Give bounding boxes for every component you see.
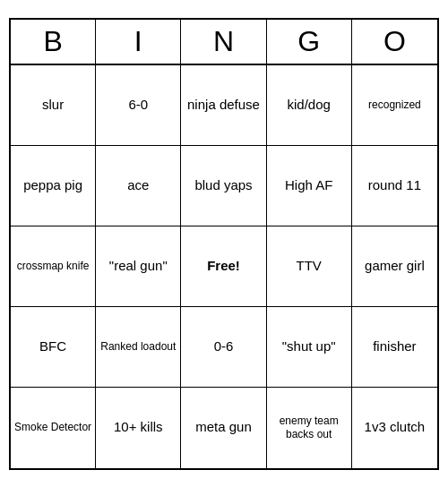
bingo-cell-5: peppa pig: [11, 146, 96, 226]
bingo-cell-19: finisher: [352, 307, 437, 388]
bingo-cell-13: TTV: [267, 226, 352, 307]
bingo-cell-6: ace: [96, 146, 181, 226]
bingo-cell-12: Free!: [181, 226, 266, 307]
bingo-cell-2: ninja defuse: [181, 65, 266, 146]
header-letter-n: N: [181, 20, 266, 64]
bingo-cell-7: blud yaps: [181, 146, 266, 226]
bingo-cell-14: gamer girl: [352, 226, 437, 307]
bingo-cell-1: 6-0: [96, 65, 181, 146]
bingo-cell-23: enemy team backs out: [267, 388, 352, 468]
header-letter-g: G: [267, 20, 352, 64]
header-letter-i: I: [96, 20, 181, 64]
bingo-cell-15: BFC: [11, 307, 96, 388]
bingo-cell-22: meta gun: [181, 388, 266, 468]
bingo-cell-3: kid/dog: [267, 65, 352, 146]
bingo-cell-24: 1v3 clutch: [352, 388, 437, 468]
bingo-card: BINGO slur6-0ninja defusekid/dogrecogniz…: [9, 18, 439, 470]
bingo-cell-4: recognized: [352, 65, 437, 146]
bingo-cell-0: slur: [11, 65, 96, 146]
header-letter-o: O: [352, 20, 437, 64]
bingo-grid: slur6-0ninja defusekid/dogrecognizedpepp…: [11, 65, 437, 468]
bingo-cell-11: "real gun": [96, 226, 181, 307]
bingo-cell-10: crossmap knife: [11, 226, 96, 307]
bingo-cell-21: 10+ kills: [96, 388, 181, 468]
bingo-cell-9: round 11: [352, 146, 437, 226]
bingo-cell-17: 0-6: [181, 307, 266, 388]
header-letter-b: B: [11, 20, 96, 64]
bingo-cell-16: Ranked loadout: [96, 307, 181, 388]
bingo-cell-18: "shut up": [267, 307, 352, 388]
bingo-header: BINGO: [11, 20, 437, 65]
bingo-cell-8: High AF: [267, 146, 352, 226]
bingo-cell-20: Smoke Detector: [11, 388, 96, 468]
